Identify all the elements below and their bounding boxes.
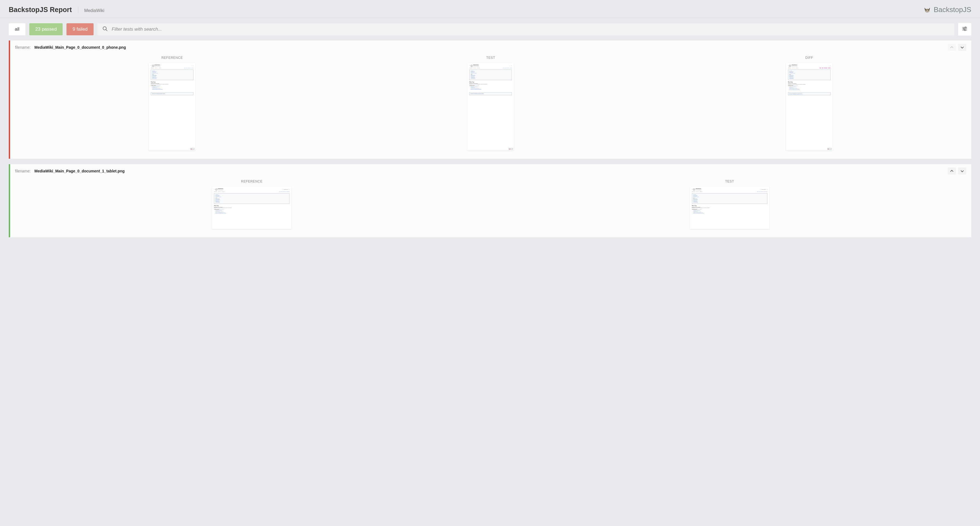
filename-label: filename: [15, 45, 31, 49]
app-title: BackstopJS Report [9, 6, 72, 14]
next-report-button[interactable] [958, 167, 966, 175]
svg-point-4 [927, 11, 928, 12]
svg-point-8 [965, 27, 966, 28]
filename-value: MediaWiki_Main_Page_0_document_0_phone.p… [35, 45, 126, 49]
filename-label: filename: [15, 169, 31, 173]
svg-point-1 [925, 10, 929, 12]
test-thumbnail[interactable]: « WIKIPEDIA The Free Encyclopedia ⌕ ⋯ Ma… [467, 63, 514, 150]
reference-label: REFERENCE [161, 56, 183, 60]
test-label: TEST [725, 180, 734, 183]
search-input[interactable] [111, 27, 949, 32]
reference-thumbnail[interactable]: « WIKIPEDIA The Free Encyclopedia ⌕ ⋯ Ma… [149, 63, 195, 150]
report-item: filename: MediaWiki_Main_Page_0_document… [9, 40, 971, 159]
filter-passed-button[interactable]: 23 passed [29, 23, 63, 35]
filter-failed-button[interactable]: 9 failed [67, 23, 94, 35]
app-header: BackstopJS Report MediaWiki BackstopJS [0, 0, 980, 18]
diff-column: DIFF « WIKIPEDIA The Free Encyclopedia ⌕… [667, 56, 952, 150]
next-report-button[interactable] [958, 44, 966, 51]
svg-point-5 [103, 27, 107, 30]
settings-button[interactable] [958, 23, 971, 35]
toolbar: all 23 passed 9 failed [0, 18, 980, 40]
test-label: TEST [486, 56, 495, 60]
report-nav [948, 167, 966, 175]
test-column: TEST « WIKIPEDIA The Free Encyclopedia ⌕… [539, 180, 920, 229]
sliders-icon [962, 26, 967, 32]
report-item: filename: MediaWiki_Main_Page_0_document… [9, 164, 971, 237]
diff-label: DIFF [805, 56, 813, 60]
project-name: MediaWiki [84, 8, 105, 13]
lemur-icon [923, 7, 931, 13]
svg-point-12 [964, 30, 966, 31]
report-list: filename: MediaWiki_Main_Page_0_document… [0, 40, 980, 237]
test-column: TEST « WIKIPEDIA The Free Encyclopedia ⌕… [348, 56, 633, 150]
reference-thumbnail[interactable]: « WIKIPEDIA The Free Encyclopedia ⌕ Crea… [212, 186, 291, 229]
header-left: BackstopJS Report MediaWiki [9, 6, 104, 14]
comparison-row: REFERENCE « WIKIPEDIA The Free Encyclope… [10, 54, 971, 159]
report-nav [948, 44, 966, 51]
reference-column: REFERENCE « WIKIPEDIA The Free Encyclope… [62, 180, 442, 229]
title-divider [78, 6, 78, 13]
filter-all-button[interactable]: all [9, 23, 25, 35]
header-right: BackstopJS [923, 5, 971, 14]
chevron-up-icon [950, 45, 954, 50]
svg-point-3 [928, 10, 928, 11]
reference-label: REFERENCE [241, 180, 262, 183]
prev-report-button[interactable] [948, 167, 956, 175]
search-container [97, 23, 954, 35]
svg-line-6 [106, 30, 107, 31]
svg-point-2 [926, 10, 927, 11]
reference-column: REFERENCE « WIKIPEDIA The Free Encyclope… [30, 56, 315, 150]
svg-point-10 [963, 28, 964, 29]
chevron-up-icon [950, 169, 954, 174]
diff-thumbnail[interactable]: « WIKIPEDIA The Free Encyclopedia ⌕ ⋯ Ma… [786, 63, 832, 150]
report-header: filename: MediaWiki_Main_Page_0_document… [10, 40, 971, 54]
filename-value: MediaWiki_Main_Page_0_document_1_tablet.… [35, 169, 125, 173]
search-icon [102, 26, 108, 33]
comparison-row: REFERENCE « WIKIPEDIA The Free Encyclope… [10, 178, 971, 237]
chevron-down-icon [960, 169, 964, 174]
chevron-down-icon [960, 45, 964, 50]
report-header: filename: MediaWiki_Main_Page_0_document… [10, 164, 971, 178]
brand-text: BackstopJS [934, 5, 971, 14]
test-thumbnail[interactable]: « WIKIPEDIA The Free Encyclopedia ⌕ Crea… [690, 186, 769, 229]
prev-report-button [948, 44, 956, 51]
